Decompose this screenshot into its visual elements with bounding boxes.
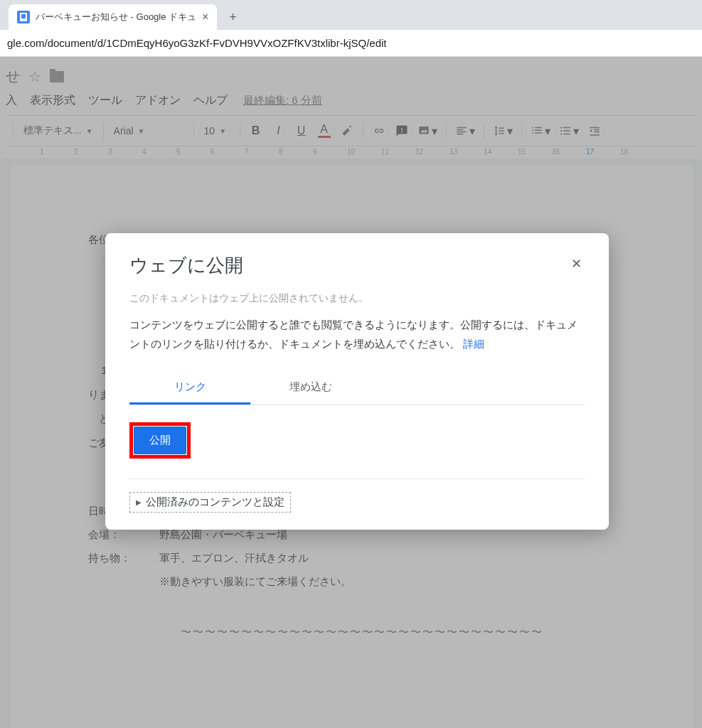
browser-tab[interactable]: バーベキューお知らせ - Google ドキュ × xyxy=(9,4,217,30)
dialog-subtitle: このドキュメントはウェブ上に公開されていません。 xyxy=(129,292,585,305)
learn-more-link[interactable]: 詳細 xyxy=(463,338,484,350)
dialog-tabs: リンク 埋め込む xyxy=(129,372,585,405)
address-bar[interactable]: gle.com/document/d/1CDmEqyH6yoG3zKf-FvDV… xyxy=(0,30,702,57)
tab-embed[interactable]: 埋め込む xyxy=(250,372,371,405)
dialog-body: コンテンツをウェブに公開すると誰でも閲覧できるようになります。公開するには、ドキ… xyxy=(129,315,585,353)
publish-to-web-dialog: ウェブに公開 ✕ このドキュメントはウェブ上に公開されていません。 コンテンツを… xyxy=(105,233,609,530)
tab-link[interactable]: リンク xyxy=(129,372,250,405)
tab-title: バーベキューお知らせ - Google ドキュ xyxy=(36,11,196,23)
published-content-expander[interactable]: ▶ 公開済みのコンテンツと設定 xyxy=(129,492,291,513)
close-tab-icon[interactable]: × xyxy=(202,11,208,23)
dialog-title: ウェブに公開 xyxy=(129,253,243,278)
chrome-tab-strip: バーベキューお知らせ - Google ドキュ × + xyxy=(0,0,702,30)
url-text: gle.com/document/d/1CDmEqyH6yoG3zKf-FvDV… xyxy=(7,37,387,49)
dialog-close-icon[interactable]: ✕ xyxy=(568,253,585,274)
publish-button[interactable]: 公開 xyxy=(134,427,186,454)
docs-favicon xyxy=(17,11,30,23)
highlight-annotation: 公開 xyxy=(129,422,191,459)
new-tab-button[interactable]: + xyxy=(223,7,243,27)
triangle-right-icon: ▶ xyxy=(136,498,142,506)
